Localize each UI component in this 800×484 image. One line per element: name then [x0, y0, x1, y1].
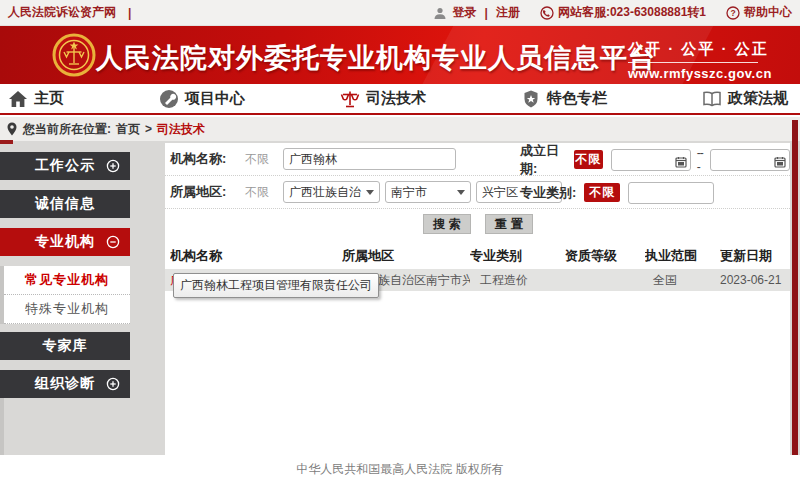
founded-date-label: 成立日期: [520, 142, 566, 178]
phone-icon [540, 6, 554, 20]
nav-item-project-center[interactable]: 项目中心 [159, 89, 245, 109]
topbar: 人民法院诉讼资产网 | 登录 | 注册 网站客服:023-63088881转1 … [0, 0, 800, 26]
row-category: 工程造价 [470, 272, 565, 289]
region-label: 所属地区: [170, 183, 245, 201]
founded-to-wrap [710, 149, 790, 171]
category-unlimited-button[interactable]: 不限 [584, 183, 620, 202]
col-grade: 资质等级 [565, 247, 645, 265]
sidebar-item-work-publicity[interactable]: 工作公示 [0, 152, 130, 180]
province-select[interactable]: 广西壮族自治 [283, 181, 380, 203]
breadcrumb-current: 司法技术 [157, 121, 205, 138]
founded-date-group: 成立日期: 不限 --- [520, 143, 790, 176]
sidebar-item-professional-orgs[interactable]: 专业机构 [0, 228, 130, 256]
breadcrumb-separator: > [145, 122, 152, 136]
expand-icon[interactable] [106, 377, 120, 391]
sidebar-item-label: 专家库 [43, 337, 88, 355]
col-updated: 更新日期 [720, 247, 795, 265]
nav-item-label: 主页 [34, 89, 64, 108]
site-banner: 人民法院对外委托专业机构专业人员信息平台 公开 · 公平 · 公正 www.rm… [0, 26, 800, 84]
search-button[interactable]: 搜索 [423, 214, 471, 234]
badge-icon [521, 89, 541, 109]
submenu-item-special-orgs[interactable]: 特殊专业机构 [4, 295, 130, 324]
col-scope: 执业范围 [645, 247, 720, 265]
filter-row-2: 所属地区: 不限 广西壮族自治 南宁市 兴宁区 专业类别: 不限 [165, 176, 790, 209]
calendar-icon[interactable] [774, 154, 786, 166]
login-link[interactable]: 登录 [453, 4, 477, 21]
right-edge-strip [792, 120, 798, 455]
banner-url: www.rmfysszc.gov.cn [628, 66, 758, 81]
province-select-value: 广西壮族自治 [289, 184, 361, 201]
help-center[interactable]: ? 帮助中心 [726, 4, 792, 21]
org-name-tooltip: 广西翰林工程项目管理有限责任公司 [173, 273, 379, 298]
nav-item-special-column[interactable]: 特色专栏 [521, 89, 607, 109]
sidebar: 工作公示 诚信信息 专业机构 常见专业机构 特殊专业机构 专家库 组织诊 [0, 152, 130, 408]
footer: 中华人民共和国最高人民法院 版权所有 [0, 455, 800, 484]
help-icon: ? [726, 6, 740, 20]
banner-slogan: 公开 · 公平 · 公正 [628, 40, 758, 63]
expand-icon[interactable] [106, 159, 120, 173]
org-name-input[interactable] [283, 148, 456, 170]
copyright-text: 中华人民共和国最高人民法院 版权所有 [296, 461, 503, 478]
nav-item-label: 特色专栏 [547, 89, 607, 108]
nav-item-label: 政策法规 [728, 89, 788, 108]
category-label: 专业类别: [520, 184, 576, 202]
page-title: 人民法院对外委托专业机构专业人员信息平台 [96, 40, 656, 76]
region-unlimited[interactable]: 不限 [245, 184, 283, 201]
founded-from-wrap [611, 149, 691, 171]
login-register-sep: | [485, 6, 488, 20]
breadcrumb: 您当前所在位置: 首页 > 司法技术 [0, 117, 800, 141]
home-icon [8, 89, 28, 109]
row-updated: 2023-06-21 [720, 273, 795, 287]
page: 人民法院诉讼资产网 | 登录 | 注册 网站客服:023-63088881转1 … [0, 0, 800, 484]
left-edge-notch [0, 140, 13, 144]
org-name-unlimited[interactable]: 不限 [245, 151, 283, 168]
nav-item-judicial-tech[interactable]: 司法技术 [340, 89, 426, 109]
sidebar-item-label: 专业机构 [35, 233, 95, 251]
col-org-name: 机构名称 [170, 247, 342, 265]
help-center-label: 帮助中心 [744, 4, 792, 21]
sidebar-item-label: 诚信信息 [35, 195, 95, 213]
col-region: 所属地区 [342, 247, 470, 265]
court-emblem-logo [52, 33, 96, 77]
filter-row-1: 机构名称: 不限 成立日期: 不限 --- [165, 143, 790, 176]
reset-button[interactable]: 重置 [485, 214, 533, 234]
date-range-separator: --- [697, 146, 704, 174]
nav-item-policy[interactable]: 政策法规 [702, 89, 788, 109]
category-group: 专业类别: 不限 [520, 176, 714, 209]
breadcrumb-home[interactable]: 首页 [116, 121, 140, 138]
row-scope: 全国 [645, 272, 720, 289]
site-name-link[interactable]: 人民法院诉讼资产网 [8, 4, 116, 21]
service-phone-label: 网站客服:023-63088881转1 [558, 4, 706, 21]
category-input[interactable] [628, 182, 714, 204]
main-panel: 机构名称: 不限 成立日期: 不限 --- [165, 143, 790, 455]
sidebar-submenu: 常见专业机构 特殊专业机构 [0, 266, 130, 324]
book-icon [702, 89, 722, 109]
register-link[interactable]: 注册 [496, 4, 520, 21]
sidebar-item-org-diagnosis[interactable]: 组织诊断 [0, 370, 130, 398]
sidebar-item-expert-pool[interactable]: 专家库 [0, 332, 130, 360]
table-header: 机构名称 所属地区 专业类别 资质等级 执业范围 更新日期 [165, 243, 790, 269]
topbar-divider: | [128, 6, 131, 20]
breadcrumb-prefix: 您当前所在位置: [23, 121, 111, 138]
founded-unlimited-button[interactable]: 不限 [574, 150, 603, 169]
submenu-item-common-orgs[interactable]: 常见专业机构 [4, 266, 130, 295]
city-select[interactable]: 南宁市 [385, 181, 471, 203]
sidebar-item-label: 工作公示 [35, 157, 95, 175]
service-phone[interactable]: 网站客服:023-63088881转1 [540, 4, 706, 21]
calendar-icon[interactable] [675, 154, 687, 166]
nav-item-label: 司法技术 [366, 89, 426, 108]
topbar-left: 人民法院诉讼资产网 | [8, 4, 133, 21]
collapse-icon[interactable] [106, 235, 120, 249]
sidebar-item-integrity-info[interactable]: 诚信信息 [0, 190, 130, 218]
nav-item-home[interactable]: 主页 [8, 89, 64, 109]
nav-item-label: 项目中心 [185, 89, 245, 108]
col-category: 专业类别 [470, 247, 565, 265]
filter-actions: 搜索 重置 [165, 209, 790, 239]
topbar-right: 登录 | 注册 网站客服:023-63088881转1 ? 帮助中心 [433, 4, 792, 21]
city-select-value: 南宁市 [391, 184, 427, 201]
district-select-value: 兴宁区 [482, 184, 518, 201]
org-name-label: 机构名称: [170, 150, 245, 168]
banner-right: 公开 · 公平 · 公正 www.rmfysszc.gov.cn [628, 40, 758, 81]
user-icon [433, 6, 447, 20]
chevron-down-icon [366, 190, 374, 195]
